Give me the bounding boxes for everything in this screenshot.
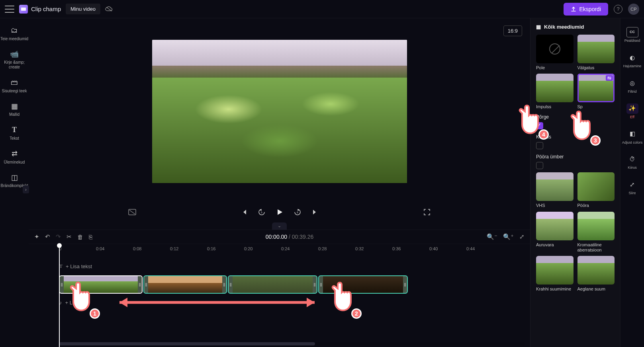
export-button[interactable]: Ekspordi (564, 3, 608, 16)
fullscreen-button[interactable] (423, 209, 431, 216)
redo-button: ↷ (56, 233, 61, 240)
rail-colors[interactable]: ◧Adjust colors (621, 126, 644, 148)
clip-handle-right[interactable]: || (222, 276, 226, 293)
playhead[interactable] (59, 244, 60, 347)
annotation-badge-2: 2 (351, 308, 362, 319)
adjust-icon[interactable] (606, 75, 613, 81)
effect-rotate[interactable]: Pööra (577, 172, 615, 208)
video-preview[interactable] (152, 40, 407, 183)
effects-icon: ✨ (626, 103, 638, 114)
filters-icon: ◎ (626, 78, 638, 88)
ruler-tick: 0:40 (429, 246, 438, 251)
clip-handle-right[interactable]: || (138, 276, 142, 293)
ruler-tick: 0:12 (170, 246, 178, 251)
clip-3[interactable]: |||| (228, 275, 317, 294)
rail-filters[interactable]: ◎Filtrid (621, 75, 644, 97)
duplicate-button[interactable]: ⎘ (89, 234, 92, 240)
clip-1[interactable]: |||| (59, 275, 143, 294)
video-track: |||| |||| |||| |||| (59, 275, 525, 294)
delete-button[interactable]: 🗑 (77, 234, 83, 240)
topbar: Clip champ Minu video Ekspordi ? CP (0, 0, 644, 18)
forward-button[interactable]: 5 (294, 208, 301, 216)
transitions-icon: ⇄ (12, 150, 18, 158)
effect-flash[interactable]: Välgatus (577, 35, 615, 70)
sidebar-item-text[interactable]: TTekst (0, 123, 29, 144)
project-name-input[interactable]: Minu video (66, 4, 100, 14)
play-button[interactable] (276, 209, 283, 216)
zoom-out-button[interactable]: 🔍⁻ (487, 233, 497, 240)
zoom-fit-button[interactable]: ⤢ (519, 233, 525, 240)
properties-rail: CCPealdised ◐Hajutamine ◎Filtrid ✨Eff ◧A… (620, 18, 644, 347)
effect-crash-zoom[interactable]: Krahhi suumimine (536, 256, 574, 292)
rewind-button[interactable]: 5 (258, 208, 266, 216)
ruler-tick: 0:32 (355, 246, 364, 251)
sidebar-item-media[interactable]: 🗂Teie meediumid (0, 23, 29, 45)
effect-pulse[interactable]: Impulss (536, 74, 574, 109)
effect-none[interactable]: Pole (536, 35, 574, 70)
export-label: Ekspordi (579, 6, 601, 12)
timeline-scrollbar[interactable] (59, 342, 525, 345)
option-reverse: Pööra ümber (536, 154, 615, 169)
media-icon: 🗂 (11, 26, 18, 35)
panel-header: ▦ Kõik meediumid (536, 24, 615, 30)
add-audio-track[interactable]: ♪ + Lisa (59, 296, 525, 309)
add-text-track[interactable]: T + Lisa tekst (59, 259, 525, 273)
effect-vhs[interactable]: VHS (536, 172, 574, 208)
clip-handle-left[interactable]: || (60, 276, 64, 293)
rail-fade[interactable]: ◐Hajutamine (621, 49, 644, 72)
sidebar-item-templates[interactable]: ▦Mallid (0, 99, 29, 121)
svg-point-4 (608, 77, 609, 78)
clip-4[interactable]: |||| (318, 275, 408, 294)
help-button[interactable]: ? (614, 5, 622, 14)
rail-captions[interactable]: CCPealdised (621, 24, 644, 46)
avatar[interactable]: CP (628, 4, 639, 15)
clip-handle-right[interactable]: || (403, 276, 407, 293)
rail-speed[interactable]: ⏱Kiirus (621, 151, 644, 173)
grid-icon: ▦ (536, 24, 541, 30)
effects-panel: › ▦ Kõik meediumid Pole Välgatus Impulss… (530, 18, 620, 347)
menu-button[interactable] (5, 6, 14, 13)
skip-start-button[interactable] (241, 209, 247, 215)
sidebar-item-library[interactable]: 🗃Sisuteegi teek (0, 75, 29, 97)
aspect-ratio-button[interactable]: 16:9 (503, 25, 522, 36)
clip-handle-left[interactable]: || (144, 276, 148, 293)
rail-effects[interactable]: ✨Eff (621, 100, 644, 123)
effect-chromatic[interactable]: Kromaatiline aberratsioon (577, 212, 615, 253)
split-button[interactable]: ✂ (67, 233, 72, 240)
ruler-tick: 0:08 (133, 246, 141, 251)
bounce-checkbox[interactable] (536, 122, 543, 129)
option-bounce: Põrge (536, 114, 615, 129)
repeat-checkbox[interactable] (536, 142, 543, 149)
effect-slow-zoom[interactable]: Aeglane suum (577, 256, 615, 292)
cloud-sync-icon[interactable] (105, 6, 113, 12)
scrollbar-thumb[interactable] (59, 342, 315, 345)
zoom-in-button[interactable]: 🔍⁺ (503, 233, 514, 240)
undo-button[interactable]: ↶ (45, 233, 50, 240)
skip-end-button[interactable] (312, 209, 318, 215)
sidebar-expand-button[interactable]: › (23, 185, 29, 193)
panel-collapse-button[interactable]: › (530, 185, 530, 195)
timeline-ruler[interactable]: 00:040:080:120:160:200:240:280:320:360:4… (29, 244, 530, 255)
reverse-checkbox[interactable] (536, 162, 543, 169)
clip-handle-left[interactable]: || (229, 276, 233, 293)
svg-text:5: 5 (261, 211, 262, 214)
transition-icon: ⤢ (626, 179, 638, 190)
clip-handle-right[interactable]: || (313, 276, 317, 293)
annotation-badge-4: 4 (538, 129, 549, 140)
ruler-tick: 0:24 (281, 246, 290, 251)
effect-spin[interactable]: Sp (577, 74, 615, 109)
effect-glow[interactable]: Auruvara (536, 212, 574, 253)
clip-2[interactable]: |||| (143, 275, 227, 294)
timeline-toolbar: ✦ ↶ ↷ ✂ 🗑 ⎘ 00:00.00 / 00:39.26 🔍⁻ 🔍⁺ ⤢ (29, 230, 530, 244)
sidebar-item-record[interactable]: 📹Kirje &amp; create (0, 47, 29, 73)
logo-icon (19, 5, 28, 14)
current-time: 00:00.00 (266, 234, 288, 240)
rail-transition[interactable]: ⤢Siire (621, 176, 644, 199)
safe-zone-toggle[interactable] (128, 209, 136, 215)
magic-icon[interactable]: ✦ (34, 233, 39, 240)
captions-icon: CC (626, 27, 638, 37)
collapse-timeline-button[interactable]: ⌄ (272, 222, 287, 230)
clip-handle-left[interactable]: || (319, 276, 323, 293)
speed-icon: ⏱ (626, 154, 638, 164)
sidebar-item-transitions[interactable]: ⇄Üleminekud (0, 146, 29, 168)
